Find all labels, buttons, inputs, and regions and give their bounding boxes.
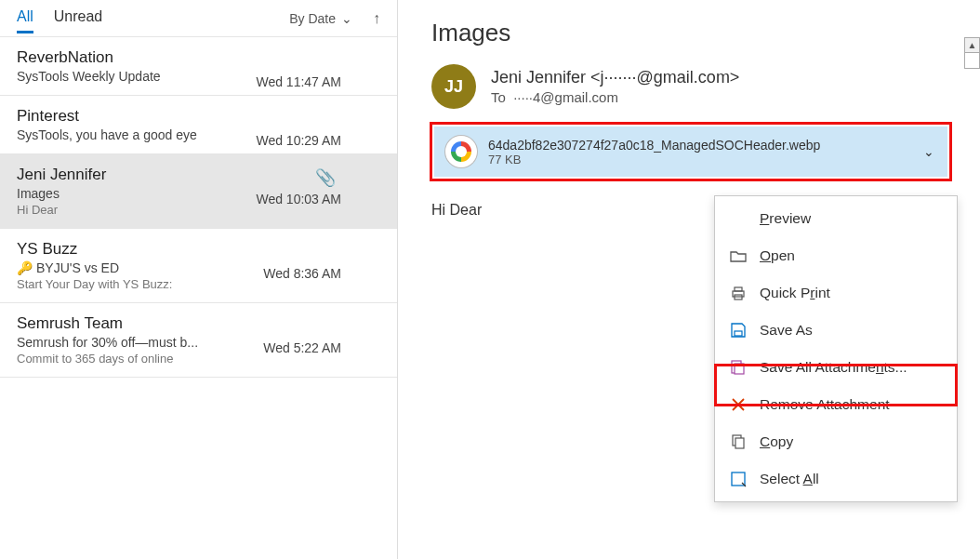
chevron-down-icon: ⌄ [341, 11, 352, 26]
message-row[interactable]: YS Buzz🔑BYJU'S vs EDStart Your Day with … [0, 229, 397, 303]
menu-save-all-attachments[interactable]: Save All Attachments... [715, 349, 957, 386]
message-subject: Images [431, 19, 952, 47]
message-row[interactable]: PinterestSysTools, you have a good eyeWe… [0, 96, 397, 154]
message-list-pane: All Unread By Date ⌄ ↑ ReverbNationSysTo… [0, 0, 398, 559]
menu-remove-attachment[interactable]: Remove Attachment [715, 386, 957, 423]
save-all-icon [730, 359, 747, 376]
select-all-icon [730, 471, 747, 487]
attachment-filename: 64da2bf82e307274f27a0c18_ManagedSOCHeade… [488, 138, 820, 153]
folder-open-icon [730, 247, 747, 264]
menu-quick-print[interactable]: Quick Print [715, 274, 957, 312]
svg-rect-5 [735, 364, 744, 374]
message-time: Wed 5:22 AM [263, 340, 341, 355]
copy-icon [730, 433, 747, 450]
message-row[interactable]: Semrush TeamSemrush for 30% off—must b..… [0, 303, 397, 378]
sender-name: YS Buzz [17, 240, 380, 259]
tab-all[interactable]: All [17, 3, 33, 33]
attachment-highlight: 64da2bf82e307274f27a0c18_ManagedSOCHeade… [430, 122, 952, 181]
filter-tabs: All Unread By Date ⌄ ↑ [0, 0, 397, 37]
sender-avatar: JJ [431, 64, 476, 109]
key-icon: 🔑 [17, 260, 33, 275]
reading-pane: Images JJ Jeni Jennifer <j·······@gmail.… [398, 0, 980, 559]
menu-select-all[interactable]: Select All [715, 460, 957, 498]
message-time: Wed 8:36 AM [263, 266, 341, 281]
sender-name: Semrush Team [17, 314, 380, 333]
message-row[interactable]: ReverbNationSysTools Weekly UpdateWed 11… [0, 37, 397, 96]
printer-icon [730, 285, 747, 301]
tab-unread[interactable]: Unread [54, 3, 102, 33]
sort-label: By Date [289, 11, 336, 26]
remove-icon [730, 396, 747, 413]
to-line: To ·····4@gmail.com [491, 89, 739, 105]
message-time: Wed 10:29 AM [256, 133, 341, 148]
menu-open[interactable]: Open [715, 237, 957, 274]
sort-direction-button[interactable]: ↑ [373, 10, 380, 27]
menu-copy[interactable]: Copy [715, 423, 957, 460]
sort-by-date[interactable]: By Date ⌄ [289, 11, 352, 26]
from-line: Jeni Jennifer <j·······@gmail.com> [491, 68, 739, 87]
menu-save-as[interactable]: Save As [715, 312, 957, 349]
sender-name: Pinterest [17, 107, 380, 126]
save-icon [730, 322, 747, 339]
svg-rect-3 [735, 331, 742, 336]
attachment-context-menu: Preview Open Quick Print Save As Save Al… [714, 195, 958, 502]
chevron-down-icon[interactable]: ⌄ [923, 144, 934, 159]
attachment-size: 77 KB [488, 153, 820, 166]
svg-rect-1 [735, 287, 742, 291]
svg-rect-7 [735, 438, 744, 448]
chrome-icon [445, 136, 477, 167]
attachment-chip[interactable]: 64da2bf82e307274f27a0c18_ManagedSOCHeade… [434, 126, 947, 177]
sender-name: ReverbNation [17, 48, 380, 67]
paperclip-icon: 📎 [315, 167, 336, 188]
message-time: Wed 11:47 AM [256, 74, 341, 89]
menu-preview[interactable]: Preview [715, 200, 957, 237]
message-time: Wed 10:03 AM [256, 192, 341, 206]
message-row[interactable]: Jeni JenniferImagesHi Dear Wed 10:03 AM📎 [0, 154, 397, 229]
